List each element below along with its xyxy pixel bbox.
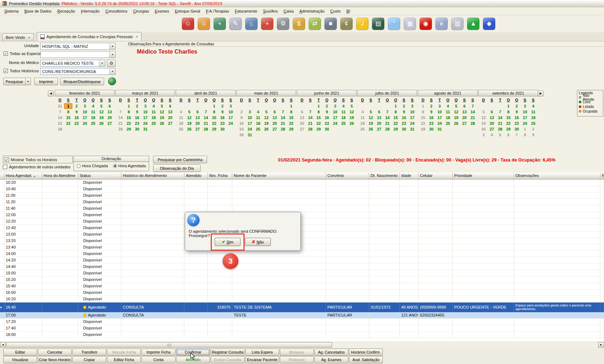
day-cell[interactable]: 10	[246, 115, 254, 120]
day-cell[interactable]: 26	[367, 126, 375, 132]
day-cell[interactable]: 10	[227, 109, 235, 115]
scroll-left-icon[interactable]: ◄	[0, 342, 6, 347]
table-row[interactable]: ▸16:40AgendadoCONSULTA318075TESTE DE SIS…	[0, 302, 604, 312]
day-cell[interactable]: 14	[469, 109, 477, 115]
day-cell[interactable]: 21	[496, 120, 504, 126]
day-cell[interactable]: 1	[314, 103, 323, 109]
column-header-nro-ficha[interactable]: Nro. Ficha	[208, 173, 232, 179]
day-cell[interactable]: 7	[383, 109, 392, 115]
table-row[interactable]: 11:20Disponível	[0, 199, 604, 205]
day-cell[interactable]: 26	[452, 120, 460, 126]
day-cell[interactable]: 11	[444, 109, 452, 115]
column-header-atendido[interactable]: Atendido	[184, 173, 208, 179]
button-hor-rios-confirm[interactable]: Horários Confirm.	[349, 349, 383, 356]
day-cell[interactable]: 1	[210, 103, 218, 109]
day-cell[interactable]: 6	[488, 109, 496, 115]
pesquisar-carteirinha-button[interactable]: Pesquisar por Carteirinha	[153, 156, 207, 163]
day-cell[interactable]: 4	[358, 109, 367, 115]
day-cell[interactable]: 12	[452, 109, 460, 115]
tab-close-icon[interactable]: ×	[136, 35, 138, 39]
day-cell[interactable]: 15	[210, 115, 218, 120]
day-cell[interactable]: 26	[479, 126, 488, 132]
day-cell[interactable]: 30	[323, 126, 331, 132]
day-cell[interactable]: 9	[323, 109, 331, 115]
day-cell[interactable]: 25	[339, 120, 348, 126]
day-cell[interactable]: 8	[287, 109, 295, 115]
column-header-p[interactable]: P	[600, 173, 604, 179]
day-cell[interactable]: 14	[56, 115, 64, 120]
day-cell[interactable]: 28	[469, 120, 477, 126]
day-cell[interactable]: 29	[419, 126, 427, 132]
day-cell[interactable]: 5	[367, 109, 375, 115]
day-cell[interactable]: 7	[496, 109, 504, 115]
day-cell[interactable]: 2	[529, 126, 537, 132]
day-cell[interactable]: 4	[444, 103, 452, 109]
day-cell[interactable]: 25	[177, 126, 185, 132]
day-cell[interactable]: 11	[89, 109, 97, 115]
day-cell[interactable]: 23	[237, 126, 246, 132]
day-cell[interactable]: 22	[419, 120, 427, 126]
column-header-hora-do-atendime[interactable]: Hora do Atendime	[42, 173, 78, 179]
day-cell[interactable]: 16	[323, 115, 331, 120]
day-cell[interactable]: 6	[504, 132, 513, 138]
day-cell[interactable]: 1	[125, 103, 133, 109]
day-cell[interactable]: 18	[339, 115, 348, 120]
table-row[interactable]: 10:40Disponível	[0, 186, 604, 192]
day-cell[interactable]: 7	[469, 103, 477, 109]
day-cell[interactable]: 10	[521, 109, 529, 115]
day-cell[interactable]: 19	[479, 120, 488, 126]
day-cell[interactable]: 17	[227, 115, 235, 120]
pesquisar-dropdown-arrow[interactable]: ▼	[26, 78, 31, 85]
day-cell[interactable]: 13	[298, 115, 306, 120]
day-cell[interactable]: 1	[419, 103, 427, 109]
button-editar[interactable]: Editar	[3, 349, 37, 356]
mostrar-todos-checkbox[interactable]: ✓	[5, 158, 9, 162]
day-cell[interactable]: 18	[529, 115, 537, 120]
day-cell[interactable]: 4	[89, 103, 97, 109]
day-cell[interactable]: 2	[133, 103, 141, 109]
day-cell[interactable]: 16	[513, 115, 521, 120]
day-cell[interactable]: 25	[149, 120, 158, 126]
day-cell[interactable]: 21	[116, 120, 125, 126]
day-cell[interactable]: 21	[383, 120, 392, 126]
day-cell[interactable]: 7	[116, 109, 125, 115]
column-header-idade[interactable]: Idade	[400, 173, 419, 179]
day-cell[interactable]: 24	[331, 120, 339, 126]
day-cell[interactable]: 29	[504, 126, 513, 132]
day-cell[interactable]: 3	[521, 103, 529, 109]
day-cell[interactable]: 13	[106, 109, 114, 115]
day-cell[interactable]: 15	[125, 115, 133, 120]
imprimir-button[interactable]: Imprimir	[34, 78, 58, 85]
day-cell[interactable]: 14	[383, 115, 392, 120]
day-cell[interactable]: 17	[408, 115, 416, 120]
globe-icon[interactable]	[108, 77, 116, 85]
day-cell[interactable]: 11	[177, 115, 185, 120]
day-cell[interactable]: 8	[392, 109, 400, 115]
day-cell[interactable]: 4	[339, 103, 348, 109]
day-cell[interactable]: 15	[504, 115, 513, 120]
day-cell[interactable]: 6	[375, 109, 383, 115]
button-editar-ficha[interactable]: Editar Ficha	[107, 356, 141, 363]
day-cell[interactable]: 30	[427, 126, 435, 132]
button-visualizar[interactable]: Visualizar	[3, 356, 37, 363]
day-cell[interactable]: 28	[116, 126, 125, 132]
day-cell[interactable]: 2	[427, 103, 435, 109]
day-cell[interactable]: 12	[158, 109, 166, 115]
button-criar-novo-hor-rio[interactable]: Criar Novo Horário	[38, 356, 72, 363]
day-cell[interactable]: 31	[56, 103, 64, 109]
day-cell[interactable]: 1	[504, 103, 513, 109]
column-header-indicator[interactable]	[0, 173, 4, 179]
livro-razao-icon[interactable]: ▤	[372, 18, 384, 30]
day-cell[interactable]: 18	[358, 120, 367, 126]
day-cell[interactable]: 9	[427, 109, 435, 115]
day-cell[interactable]: 4	[149, 103, 158, 109]
day-cell[interactable]: 28	[279, 126, 287, 132]
day-cell[interactable]: 26	[97, 120, 106, 126]
todos-historicos-checkbox-row[interactable]: ✓ Todos Históricos	[4, 69, 39, 73]
day-cell[interactable]: 5	[479, 109, 488, 115]
day-cell[interactable]: 14	[306, 115, 314, 120]
day-cell[interactable]: 26	[348, 120, 356, 126]
menu-item-estoque-geral[interactable]: Estoque Geral	[172, 8, 203, 14]
day-cell[interactable]: 15	[419, 115, 427, 120]
day-cell[interactable]: 21	[56, 120, 64, 126]
